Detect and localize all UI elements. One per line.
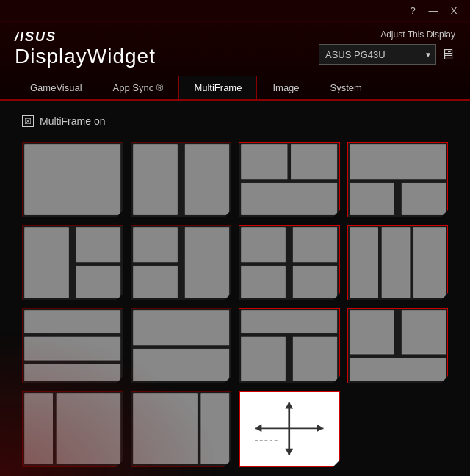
svg-rect-7: [350, 183, 394, 214]
svg-rect-30: [350, 311, 394, 354]
tab-appsync[interactable]: App Sync ®: [98, 76, 179, 99]
svg-rect-29: [293, 337, 337, 381]
svg-rect-2: [185, 145, 229, 215]
svg-rect-31: [402, 311, 446, 354]
header: /ISUS DisplayWidget Adjust This Display …: [0, 22, 470, 101]
svg-rect-33: [25, 394, 53, 464]
asus-logo: /ISUS: [15, 29, 156, 45]
layout-cell-0[interactable]: [22, 142, 123, 217]
svg-rect-25: [133, 311, 228, 345]
multiframe-checkbox[interactable]: ☒: [22, 115, 34, 127]
title-bar: ? — X: [0, 0, 470, 22]
layout-cell-13[interactable]: [131, 391, 232, 466]
layout-cell-12[interactable]: [22, 391, 123, 466]
layout-cell-6[interactable]: [239, 225, 340, 300]
svg-rect-12: [133, 228, 177, 262]
layout-cell-7[interactable]: [347, 225, 449, 300]
svg-rect-3: [242, 145, 287, 179]
help-button[interactable]: ?: [402, 3, 423, 19]
svg-marker-42: [285, 449, 293, 455]
svg-rect-14: [185, 228, 229, 298]
svg-rect-35: [133, 394, 197, 464]
minimize-button[interactable]: —: [423, 3, 444, 19]
layout-grid: [22, 142, 448, 467]
layout-cell-10[interactable]: [239, 308, 340, 383]
layout-cell-9[interactable]: [131, 308, 232, 383]
layout-cell-11[interactable]: [347, 308, 449, 383]
tab-image[interactable]: Image: [257, 76, 314, 99]
svg-rect-28: [242, 337, 286, 381]
tab-gamevisual[interactable]: GameVisual: [15, 76, 98, 99]
svg-rect-6: [350, 145, 445, 179]
header-right: Adjust This Display ASUS PG43U ▼ 🖥: [319, 29, 455, 65]
svg-rect-22: [25, 311, 120, 333]
layout-cell-3[interactable]: [347, 142, 449, 217]
tab-multiframe[interactable]: MultiFrame: [178, 76, 257, 99]
svg-rect-23: [25, 337, 120, 360]
main-content: ☒ MultiFrame on: [0, 101, 470, 476]
svg-rect-13: [133, 266, 177, 298]
svg-rect-17: [242, 266, 286, 298]
svg-rect-15: [242, 228, 286, 262]
svg-rect-24: [25, 364, 120, 381]
display-selector: ASUS PG43U ▼ 🖥: [319, 44, 455, 65]
monitor-icon: 🖥: [441, 46, 455, 63]
svg-rect-36: [200, 394, 228, 464]
svg-marker-41: [285, 403, 293, 409]
svg-rect-1: [133, 145, 177, 215]
layout-cell-4[interactable]: [22, 225, 123, 300]
logo-area: /ISUS DisplayWidget: [15, 29, 156, 68]
close-button[interactable]: X: [444, 3, 464, 19]
svg-rect-26: [133, 350, 228, 381]
svg-rect-5: [242, 183, 337, 214]
nav-tabs: GameVisual App Sync ® MultiFrame Image S…: [15, 76, 455, 99]
app-title: DisplayWidget: [15, 45, 156, 68]
layout-cell-1[interactable]: [131, 142, 232, 217]
adjust-label: Adjust This Display: [380, 29, 455, 40]
svg-marker-38: [255, 425, 261, 433]
svg-rect-19: [350, 228, 377, 298]
svg-rect-27: [242, 311, 337, 333]
layout-cell-2[interactable]: [239, 142, 340, 217]
svg-rect-0: [25, 145, 120, 215]
layout-cell-14[interactable]: [239, 391, 340, 466]
multiframe-label: MultiFrame on: [40, 115, 105, 127]
layout-cell-8[interactable]: [22, 308, 123, 383]
svg-marker-39: [317, 425, 323, 433]
svg-rect-20: [382, 228, 410, 298]
svg-rect-18: [293, 266, 337, 298]
svg-rect-10: [76, 228, 120, 262]
multiframe-toggle: ☒ MultiFrame on: [22, 115, 448, 127]
layout-cell-5[interactable]: [131, 225, 232, 300]
svg-rect-21: [413, 228, 445, 298]
display-dropdown[interactable]: ASUS PG43U: [319, 44, 436, 65]
svg-rect-16: [293, 228, 337, 262]
svg-rect-9: [25, 228, 69, 298]
svg-rect-11: [76, 266, 120, 298]
svg-rect-4: [291, 145, 336, 179]
tab-system[interactable]: System: [315, 76, 377, 99]
svg-rect-34: [57, 394, 120, 464]
svg-rect-32: [350, 358, 445, 381]
svg-rect-8: [402, 183, 446, 214]
display-dropdown-wrapper[interactable]: ASUS PG43U ▼: [319, 44, 436, 65]
